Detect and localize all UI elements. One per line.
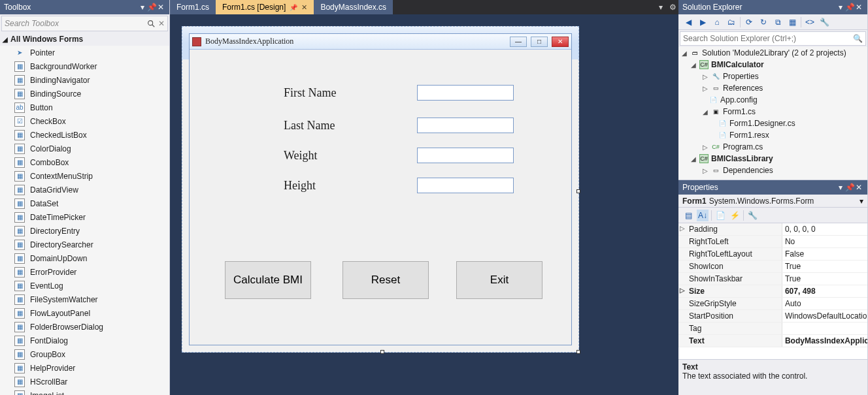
close-icon[interactable]: ✕ [156,3,165,12]
property-row[interactable]: ▷Size607, 498 [678,285,867,298]
toolbox-category[interactable]: ◢ All Windows Forms [0,33,169,46]
home-icon[interactable]: ⌂ [711,16,723,28]
toolbox-item[interactable]: ▦BindingSource [0,87,169,101]
property-value[interactable]: False [782,248,867,260]
toolbox-item[interactable]: ▦DomainUpDown [0,251,169,265]
tab-form-design[interactable]: Form1.cs [Design] 📌 ✕ [216,0,314,14]
toolbox-item[interactable]: ▦ContextMenuStrip [0,169,169,183]
property-row[interactable]: TextBodyMassIndexApplication [678,335,867,347]
pin-icon[interactable]: 📌 [845,3,854,12]
expand-icon[interactable]: ▷ [702,73,709,80]
toolbox-item[interactable]: ▦GroupBox [0,347,169,361]
project-bmicalculator[interactable]: ◢ C# BMICalculator [678,59,867,71]
events-icon[interactable]: ⚡ [729,210,741,221]
dropdown-icon[interactable]: ▾ [836,3,845,12]
toolbox-item[interactable]: ▦BackgroundWorker [0,59,169,73]
toolbox-item[interactable]: ▦HScrollBar [0,375,169,388]
property-value[interactable] [782,323,867,334]
toolbox-item[interactable]: ▦DataSet [0,197,169,210]
collapse-all-icon[interactable]: ⧉ [772,16,784,28]
input-firstname[interactable] [417,85,514,101]
reset-button[interactable]: Reset [342,261,429,299]
node-properties[interactable]: ▷🔧Properties [678,71,867,82]
toolbox-item[interactable]: ☑CheckBox [0,114,169,128]
node-dependencies[interactable]: ▷▭Dependencies [678,165,867,176]
toolbox-item[interactable]: abButton [0,101,169,114]
properties-icon[interactable]: 🔧 [818,16,830,28]
pin-icon[interactable]: 📌 [845,183,854,192]
expand-icon[interactable]: ▷ [702,167,709,174]
collapse-icon[interactable]: ◢ [702,108,709,116]
toolbox-item[interactable]: ▦ComboBox [0,155,169,169]
solution-explorer-search[interactable]: 🔍 [680,31,866,46]
categorized-icon[interactable]: ▤ [682,210,694,221]
toolbox-item[interactable]: ▦DirectoryEntry [0,224,169,238]
toolbox-item[interactable]: ▦DateTimePicker [0,210,169,224]
forward-icon[interactable]: ▶ [697,16,709,28]
property-row[interactable]: StartPositionWindowsDefaultLocation [678,310,867,323]
toolbox-item[interactable]: ▦ColorDialog [0,142,169,155]
property-value[interactable]: 607, 498 [782,285,867,297]
dropdown-icon[interactable]: ▾ [138,3,147,12]
toolbox-item[interactable]: ▦ErrorProvider [0,265,169,279]
expand-icon[interactable]: ▷ [702,144,709,151]
property-row[interactable]: RightToLeftLayoutFalse [678,248,867,261]
wrench-icon[interactable]: 🔧 [746,210,758,221]
toolbox-item[interactable]: ➤Pointer [0,46,169,59]
tab-list-icon[interactable]: ▾ [655,3,667,12]
toolbox-item[interactable]: ▦EventLog [0,279,169,292]
clear-icon[interactable]: ✕ [156,19,165,28]
node-form1-resx[interactable]: 📄Form1.resx [678,129,867,141]
property-row[interactable]: RightToLeftNo [678,236,867,248]
alphabetical-icon[interactable]: A↓ [697,210,709,221]
toolbox-item[interactable]: ▦BindingNavigator [0,73,169,87]
tab-bmi-cs[interactable]: BodyMassIndex.cs [314,0,393,14]
expand-icon[interactable]: ▷ [680,287,685,294]
properties-grid[interactable]: ▷Padding0, 0, 0, 0RightToLeftNoRightToLe… [678,223,867,359]
property-value[interactable]: No [782,236,867,247]
gear-icon[interactable]: ⚙ [667,3,678,12]
resize-handle-s[interactable] [380,350,384,354]
winform[interactable]: BodyMassIndexApplication — □ ✕ First Nam… [189,33,572,345]
sync-icon[interactable]: ⟳ [743,16,755,28]
pin-icon[interactable]: 📌 [147,3,156,12]
property-row[interactable]: ShowInTaskbarTrue [678,273,867,285]
calculate-button[interactable]: Calculate BMI [225,261,311,299]
collapse-icon[interactable]: ◢ [681,50,688,57]
toolbox-search-input[interactable] [5,19,146,28]
toolbox-item[interactable]: ▦ImageList [0,388,169,395]
dropdown-icon[interactable]: ▾ [860,197,863,206]
property-value[interactable]: BodyMassIndexApplication [782,335,867,347]
expand-icon[interactable]: ▷ [702,85,709,92]
tab-form-cs[interactable]: Form1.cs [170,0,216,14]
winform-selection[interactable]: BodyMassIndexApplication — □ ✕ First Nam… [182,26,579,353]
minimize-icon[interactable]: — [510,37,527,47]
collapse-icon[interactable]: ◢ [690,155,697,163]
property-row[interactable]: SizeGripStyleAuto [678,298,867,310]
toolbox-item[interactable]: ▦DirectorySearcher [0,238,169,251]
close-icon[interactable]: ✕ [552,37,569,47]
back-icon[interactable]: ◀ [682,16,694,28]
expand-icon[interactable]: ▷ [680,225,685,232]
label-firstname[interactable]: First Name [284,86,337,100]
input-weight[interactable] [417,148,514,163]
design-surface[interactable]: BodyMassIndexApplication — □ ✕ First Nam… [170,14,678,395]
dropdown-icon[interactable]: ▾ [836,183,845,192]
collapse-icon[interactable]: ◢ [690,61,697,69]
node-program-cs[interactable]: ▷C#Program.cs [678,141,867,153]
property-row[interactable]: ▷Padding0, 0, 0, 0 [678,223,867,236]
label-weight[interactable]: Weight [284,149,318,163]
solution-tree[interactable]: ◢ 🗃 Solution 'Module2Library' (2 of 2 pr… [678,47,867,180]
input-height[interactable] [417,178,514,193]
solution-explorer-search-input[interactable] [683,34,853,43]
property-row[interactable]: Tag [678,323,867,335]
toolbox-item[interactable]: ▦FileSystemWatcher [0,292,169,306]
property-value[interactable]: WindowsDefaultLocation [782,310,867,322]
property-value[interactable]: True [782,261,867,272]
property-value[interactable]: True [782,273,867,285]
exit-button[interactable]: Exit [456,261,542,299]
resize-handle-e[interactable] [576,189,580,193]
node-form1-cs[interactable]: ◢▣Form1.cs [678,106,867,118]
toolbox-item[interactable]: ▦FolderBrowserDialog [0,320,169,334]
toolbox-item[interactable]: ▦FontDialog [0,334,169,347]
